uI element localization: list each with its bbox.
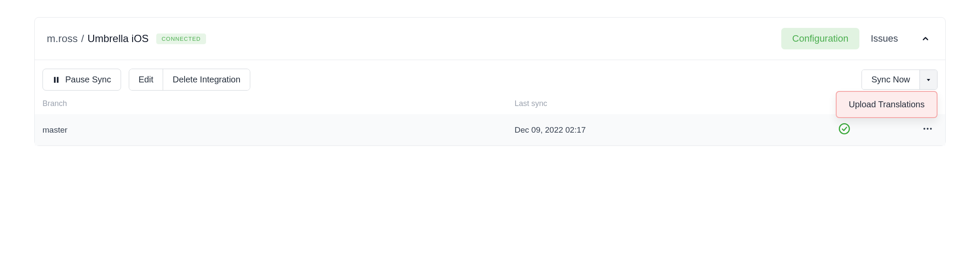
edit-button[interactable]: Edit — [129, 69, 163, 90]
tab-issues[interactable]: Issues — [859, 28, 909, 49]
edit-delete-group: Edit Delete Integration — [129, 69, 250, 91]
svg-point-3 — [839, 124, 849, 133]
svg-rect-0 — [54, 77, 56, 83]
pause-sync-label: Pause Sync — [65, 75, 111, 85]
cell-status — [800, 123, 889, 137]
svg-point-4 — [923, 128, 925, 130]
sync-now-button[interactable]: Sync Now — [862, 70, 919, 89]
sync-now-group: Sync Now — [862, 70, 938, 90]
delete-integration-button[interactable]: Delete Integration — [163, 69, 250, 90]
table-header: Branch Last sync — [35, 99, 945, 114]
table-row: master Dec 09, 2022 02:17 — [35, 114, 945, 146]
cell-actions — [889, 123, 933, 136]
toolbar: Pause Sync Edit Delete Integration Sync … — [35, 60, 945, 99]
cell-branch: master — [42, 125, 515, 135]
check-circle-icon — [838, 123, 850, 135]
integration-panel: m.ross / Umbrella iOS CONNECTED Configur… — [34, 17, 946, 146]
svg-marker-2 — [927, 79, 930, 81]
svg-point-6 — [930, 128, 931, 130]
pause-sync-button[interactable]: Pause Sync — [42, 69, 121, 91]
caret-down-icon — [926, 77, 931, 82]
pause-icon — [52, 76, 60, 84]
panel-header: m.ross / Umbrella iOS CONNECTED Configur… — [35, 18, 945, 60]
collapse-button[interactable] — [918, 31, 933, 46]
header-tabs: Configuration Issues — [781, 28, 933, 49]
upload-translations-item[interactable]: Upload Translations — [837, 92, 937, 117]
column-header-last-sync: Last sync — [515, 99, 800, 108]
sync-dropdown-menu: Upload Translations — [836, 91, 938, 118]
breadcrumb: m.ross / Umbrella iOS CONNECTED — [47, 33, 781, 45]
tab-configuration[interactable]: Configuration — [781, 28, 860, 49]
chevron-up-icon — [921, 34, 930, 43]
breadcrumb-project: Umbrella iOS — [88, 33, 149, 45]
svg-rect-1 — [57, 77, 59, 83]
breadcrumb-separator: / — [81, 33, 84, 45]
column-header-branch: Branch — [42, 99, 515, 108]
sync-now-dropdown-toggle[interactable] — [919, 70, 937, 89]
cell-last-sync: Dec 09, 2022 02:17 — [515, 125, 800, 135]
breadcrumb-owner: m.ross — [47, 33, 78, 45]
svg-point-5 — [927, 128, 928, 130]
more-horizontal-icon[interactable] — [922, 123, 933, 134]
status-badge: CONNECTED — [156, 33, 206, 44]
